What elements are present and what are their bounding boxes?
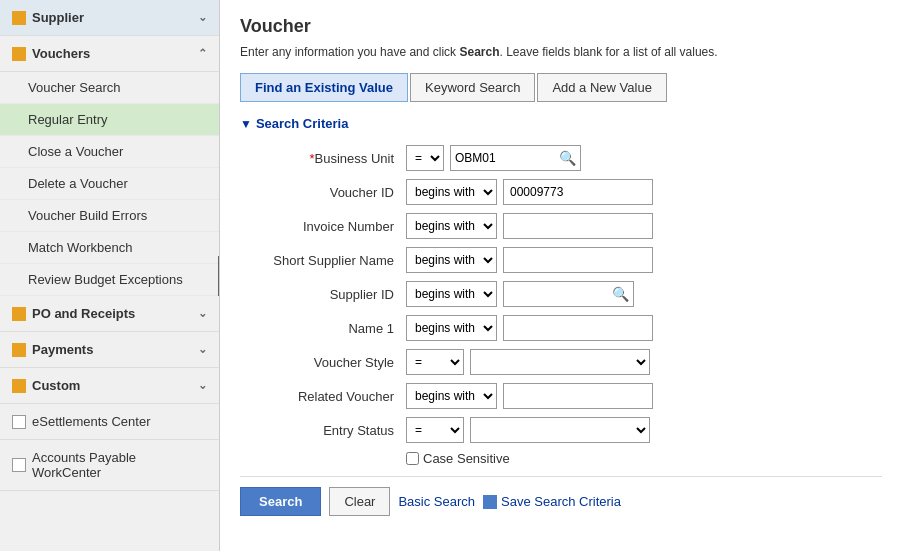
sidebar-item-ap-workcenter[interactable]: Accounts Payable WorkCenter <box>0 440 219 491</box>
field-short-supplier-name: Short Supplier Name begins with = <box>240 247 882 273</box>
sidebar-item-label: PO and Receipts <box>32 306 135 321</box>
sidebar-item-supplier[interactable]: Supplier ⌄ <box>0 0 219 36</box>
save-icon <box>483 495 497 509</box>
operator-voucher-style[interactable]: = not = <box>406 349 464 375</box>
operator-business-unit[interactable]: = <box>406 145 444 171</box>
chevron-down-icon: ⌄ <box>198 379 207 392</box>
sidebar-item-custom[interactable]: Custom ⌄ <box>0 368 219 404</box>
sidebar-item-voucher-search[interactable]: Voucher Search <box>0 72 219 104</box>
input-business-unit[interactable] <box>455 151 555 165</box>
field-name1: Name 1 begins with = <box>240 315 882 341</box>
field-voucher-style: Voucher Style = not = <box>240 349 882 375</box>
action-bar: Search Clear Basic Search Save Search Cr… <box>240 476 882 516</box>
operator-related-voucher[interactable]: begins with = <box>406 383 497 409</box>
sidebar-item-vouchers[interactable]: Vouchers ⌃ <box>0 36 219 72</box>
input-name1[interactable] <box>503 315 653 341</box>
chevron-down-icon: ⌄ <box>198 343 207 356</box>
tab-bar: Find an Existing Value Keyword Search Ad… <box>240 73 882 102</box>
label-name1: Name 1 <box>240 321 400 336</box>
esettlements-icon <box>12 415 26 429</box>
label-voucher-style: Voucher Style <box>240 355 400 370</box>
sidebar-item-label: eSettlements Center <box>32 414 151 429</box>
search-icon-supplier-id[interactable]: 🔍 <box>612 286 629 302</box>
operator-supplier-id[interactable]: begins with = <box>406 281 497 307</box>
chevron-down-icon: ⌄ <box>198 11 207 24</box>
case-sensitive-row: Case Sensitive <box>406 451 882 466</box>
sidebar-item-regular-entry[interactable]: Regular Entry <box>0 104 219 136</box>
save-search-criteria-link[interactable]: Save Search Criteria <box>483 494 621 509</box>
payments-icon <box>12 343 26 357</box>
search-button[interactable]: Search <box>240 487 321 516</box>
sidebar-item-payments[interactable]: Payments ⌄ <box>0 332 219 368</box>
sidebar-item-voucher-build-errors[interactable]: Voucher Build Errors <box>0 200 219 232</box>
label-voucher-id: Voucher ID <box>240 185 400 200</box>
field-related-voucher: Related Voucher begins with = <box>240 383 882 409</box>
label-supplier-id: Supplier ID <box>240 287 400 302</box>
chevron-down-icon: ⌄ <box>198 307 207 320</box>
sidebar-item-label: Payments <box>32 342 93 357</box>
sidebar-item-label: Custom <box>32 378 80 393</box>
case-sensitive-label: Case Sensitive <box>423 451 510 466</box>
field-voucher-id: Voucher ID begins with = not = contains <box>240 179 882 205</box>
input-voucher-id[interactable] <box>503 179 653 205</box>
label-invoice-number: Invoice Number <box>240 219 400 234</box>
operator-voucher-id[interactable]: begins with = not = contains <box>406 179 497 205</box>
search-icon-business-unit[interactable]: 🔍 <box>559 150 576 166</box>
operator-entry-status[interactable]: = not = <box>406 417 464 443</box>
input-short-supplier-name[interactable] <box>503 247 653 273</box>
sidebar-item-esettlements[interactable]: eSettlements Center <box>0 404 219 440</box>
sidebar: Supplier ⌄ Vouchers ⌃ Voucher Search Reg… <box>0 0 220 551</box>
sidebar-item-delete-voucher[interactable]: Delete a Voucher <box>0 168 219 200</box>
select-voucher-style[interactable] <box>470 349 650 375</box>
operator-invoice-number[interactable]: begins with = <box>406 213 497 239</box>
input-supplier-id[interactable] <box>508 287 608 301</box>
search-criteria-header: ▼ Search Criteria <box>240 116 882 131</box>
input-wrap-supplier-id: 🔍 <box>503 281 634 307</box>
label-related-voucher: Related Voucher <box>240 389 400 404</box>
section-collapse-arrow[interactable]: ▼ <box>240 117 252 131</box>
basic-search-button[interactable]: Basic Search <box>398 494 475 509</box>
field-business-unit: *Business Unit = 🔍 <box>240 145 882 171</box>
input-invoice-number[interactable] <box>503 213 653 239</box>
field-invoice-number: Invoice Number begins with = <box>240 213 882 239</box>
label-business-unit: *Business Unit <box>240 151 400 166</box>
clear-button[interactable]: Clear <box>329 487 390 516</box>
label-entry-status: Entry Status <box>240 423 400 438</box>
section-title: Search Criteria <box>256 116 349 131</box>
sidebar-item-close-voucher[interactable]: Close a Voucher <box>0 136 219 168</box>
page-description: Enter any information you have and click… <box>240 45 882 59</box>
sidebar-item-review-budget[interactable]: Review Budget Exceptions <box>0 264 219 296</box>
sidebar-item-label: Vouchers <box>32 46 90 61</box>
save-search-label: Save Search Criteria <box>501 494 621 509</box>
label-short-supplier-name: Short Supplier Name <box>240 253 400 268</box>
field-supplier-id: Supplier ID begins with = 🔍 <box>240 281 882 307</box>
sidebar-item-po-receipts[interactable]: PO and Receipts ⌄ <box>0 296 219 332</box>
input-related-voucher[interactable] <box>503 383 653 409</box>
main-content: Voucher Enter any information you have a… <box>220 0 902 551</box>
tab-add-new-value[interactable]: Add a New Value <box>537 73 667 102</box>
page-title: Voucher <box>240 16 882 37</box>
case-sensitive-checkbox[interactable] <box>406 452 419 465</box>
sidebar-collapse-handle[interactable]: ▮ <box>218 256 220 296</box>
tab-find-existing[interactable]: Find an Existing Value <box>240 73 408 102</box>
sidebar-item-match-workbench[interactable]: Match Workbench <box>0 232 219 264</box>
input-wrap-business-unit: 🔍 <box>450 145 581 171</box>
custom-icon <box>12 379 26 393</box>
chevron-up-icon: ⌃ <box>198 47 207 60</box>
supplier-icon <box>12 11 26 25</box>
po-receipts-icon <box>12 307 26 321</box>
sidebar-item-label: Supplier <box>32 10 84 25</box>
tab-keyword-search[interactable]: Keyword Search <box>410 73 535 102</box>
ap-workcenter-icon <box>12 458 26 472</box>
field-entry-status: Entry Status = not = <box>240 417 882 443</box>
operator-name1[interactable]: begins with = <box>406 315 497 341</box>
operator-short-supplier-name[interactable]: begins with = <box>406 247 497 273</box>
sidebar-item-label: Accounts Payable WorkCenter <box>32 450 207 480</box>
select-entry-status[interactable] <box>470 417 650 443</box>
vouchers-icon <box>12 47 26 61</box>
